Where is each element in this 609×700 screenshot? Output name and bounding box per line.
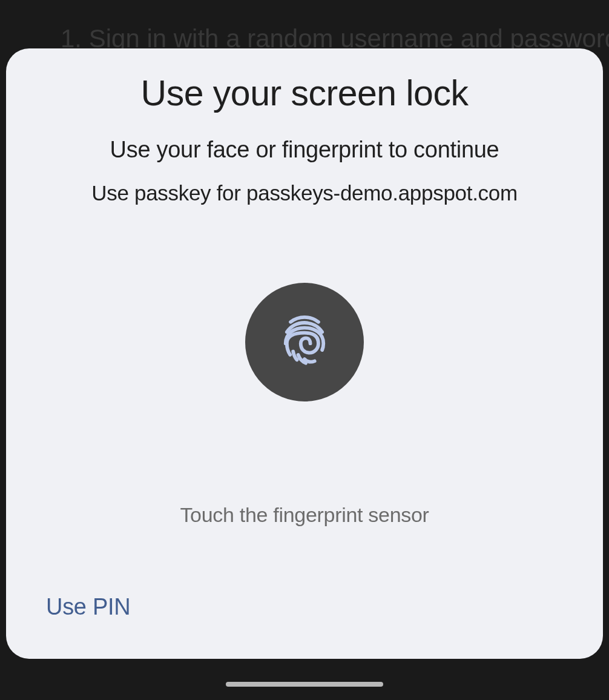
fingerprint-sensor-button[interactable] [245, 283, 364, 401]
use-pin-button[interactable]: Use PIN [46, 589, 130, 625]
passkey-domain-line: Use passkey for passkeys-demo.appspot.co… [6, 181, 603, 205]
dialog-subtitle: Use your face or fingerprint to continue [6, 137, 603, 163]
sensor-hint-text: Touch the fingerprint sensor [180, 503, 429, 527]
navigation-gesture-handle[interactable] [226, 682, 383, 687]
fingerprint-icon [274, 311, 335, 374]
dialog-button-bar: Use PIN [6, 589, 603, 659]
sensor-area: Touch the fingerprint sensor [6, 205, 603, 589]
dialog-title: Use your screen lock [6, 73, 603, 114]
biometric-prompt-sheet: Use your screen lock Use your face or fi… [6, 48, 603, 659]
